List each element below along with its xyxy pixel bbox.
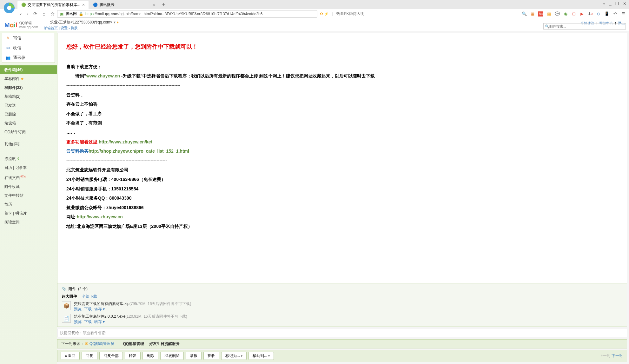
- video-icon[interactable]: ▶: [579, 11, 585, 17]
- browser-logo: [3, 2, 15, 14]
- sidebar-other-mail[interactable]: 其他邮箱: [0, 140, 57, 149]
- toolbar-button[interactable]: 回复: [82, 352, 97, 360]
- clipboard-icon[interactable]: ▦: [546, 11, 552, 17]
- link-skin[interactable]: 换肤: [71, 26, 78, 30]
- browser-toolbar-icons: 🔍 ▦ Aa ▦ 💬 ◉ ⊡ ▶ ⬇2 ⊝ 📱 ↶ ☰: [522, 11, 626, 17]
- sidebar-folder[interactable]: 草稿箱(2): [0, 92, 57, 101]
- sidebar-receive[interactable]: ✉ 收信: [2, 43, 55, 53]
- toolbar-button[interactable]: 标记为...: [221, 352, 247, 360]
- next-mail-link[interactable]: 下一封: [612, 354, 623, 358]
- font-icon[interactable]: Aa: [538, 11, 543, 17]
- url-input[interactable]: ▣ 腾讯网 🔒 https://mail.qq.com/cgi-bin/fram…: [57, 10, 317, 18]
- nav-reload-icon[interactable]: ⟳: [33, 11, 37, 17]
- lock-icon: 🔒: [79, 12, 83, 16]
- window-minimize-icon[interactable]: ⎯: [609, 1, 612, 6]
- next-mail-bar: 下一封未读： ✉ QQ邮箱管理员 QQ邮箱管理： 好友生日提醒服务: [57, 339, 627, 348]
- sidebar-contacts[interactable]: 👥 通讯录: [2, 53, 55, 63]
- attachment-action[interactable]: 转存 ▾: [94, 320, 105, 324]
- sidebar-folder[interactable]: QQ邮件订阅: [0, 128, 57, 136]
- attachment-action[interactable]: 预览: [74, 307, 82, 311]
- browser-tab-active[interactable]: 🟢 交底需要下载的所有的素材库... ×: [17, 1, 89, 9]
- browser-tab[interactable]: 🔵 腾讯微云 ×: [89, 1, 159, 9]
- link-buy[interactable]: http://shop.zhuyew.cn/pro_cate_list_152_…: [89, 149, 189, 154]
- sidebar-extra[interactable]: 简历: [0, 200, 57, 209]
- sidebar-action-label: 写信: [13, 35, 21, 41]
- block-icon[interactable]: ⊝: [596, 11, 601, 17]
- account-dropdown-icon[interactable]: ▾: [114, 20, 116, 24]
- mail-search-input[interactable]: [549, 24, 624, 28]
- new-tab-button[interactable]: +: [160, 0, 167, 9]
- window-controls: ⎓ ⎯ ❐ ✕: [603, 1, 626, 6]
- mail-toolbar: « 返回回复回复全部转发删除彻底删除举报拒收标记为...移动到... 上一封 下…: [57, 350, 627, 362]
- window-dropdown-icon[interactable]: ⎓: [603, 1, 605, 6]
- link-website[interactable]: http://www.zhuyew.cn: [77, 214, 123, 219]
- file-icon: 📄: [62, 314, 71, 323]
- attachments-count: (2 个): [78, 286, 88, 292]
- link-zhuyew[interactable]: www.zhuyew.cn: [86, 73, 120, 78]
- address: 北京海淀区西三旗龙旗广场E座13层（2000平米自持产权）: [77, 224, 192, 229]
- toolbar-button[interactable]: 移动到...: [248, 352, 274, 360]
- undo-icon[interactable]: ↶: [612, 11, 618, 17]
- link-mail-home[interactable]: 邮箱首页: [44, 26, 58, 30]
- chat-icon[interactable]: 💬: [555, 11, 560, 17]
- attachment-action[interactable]: 下载: [84, 307, 92, 311]
- mail-content: 您好，软件已经给您发了，您到附件中下载就可以！ 自助下载更方便： 请到"www.…: [57, 33, 627, 283]
- sidebar-extra[interactable]: 贺卡 | 明信片: [0, 209, 57, 218]
- nav-forward-icon[interactable]: ›: [27, 11, 28, 17]
- promo-text[interactable]: 热血PK驰骋大明: [336, 11, 364, 17]
- nav-star-icon[interactable]: ☆: [50, 11, 55, 17]
- attachment-action[interactable]: 转存 ▾: [94, 307, 105, 311]
- link-settings[interactable]: 设置: [61, 26, 68, 30]
- sidebar-extra[interactable]: 漂流瓶 ⚱: [0, 154, 57, 163]
- sidebar-extra[interactable]: 日历 | 记事本: [0, 163, 57, 172]
- nav-home-icon[interactable]: ⌂: [43, 11, 45, 17]
- buy-label: 云资料购买: [66, 149, 89, 154]
- mail-search-box[interactable]: 🔍: [543, 23, 626, 30]
- toolbar-button[interactable]: 回复全部: [99, 352, 123, 360]
- menu-icon[interactable]: ☰: [621, 11, 626, 17]
- next-mail-sender[interactable]: QQ邮箱管理员: [89, 341, 115, 346]
- download-all-link[interactable]: 全部下载: [82, 294, 97, 299]
- envelope-icon: ✉: [85, 341, 88, 346]
- sidebar-folder[interactable]: 星标邮件 ★: [0, 74, 57, 83]
- mail-logo[interactable]: Mɑil QQ邮箱 mail.qq.com: [4, 21, 38, 29]
- sidebar-folder[interactable]: 已删除: [0, 110, 57, 119]
- attachment-action[interactable]: 下载: [84, 320, 92, 324]
- sidebar-extra[interactable]: 在线文档NEW: [0, 172, 57, 182]
- text: 24小时销售服务电话：: [66, 177, 111, 182]
- sidebar-folder[interactable]: 群邮件(22): [0, 83, 57, 92]
- search-icon[interactable]: 🔍: [522, 11, 527, 17]
- sidebar-compose[interactable]: ✎ 写信: [2, 33, 55, 43]
- apps-icon[interactable]: ▦: [530, 11, 535, 17]
- nav-back-icon[interactable]: ‹: [20, 11, 22, 17]
- toolbar-button[interactable]: 删除: [142, 352, 158, 360]
- screenshot-icon[interactable]: ⊡: [571, 11, 576, 17]
- attachment-action[interactable]: 预览: [74, 320, 82, 324]
- tab-close-icon[interactable]: ×: [82, 2, 85, 7]
- toolbar-button[interactable]: 彻底删除: [160, 352, 184, 360]
- divider: ----------------------------------------…: [66, 81, 618, 90]
- toolbar-button[interactable]: « 返回: [61, 352, 80, 360]
- globe-icon[interactable]: ◉: [563, 11, 568, 17]
- window-close-icon[interactable]: ✕: [623, 1, 626, 6]
- toolbar-button[interactable]: 转发: [125, 352, 141, 360]
- toolbar-button[interactable]: 拒收: [203, 352, 219, 360]
- download-icon[interactable]: ⬇2: [588, 11, 593, 17]
- sidebar-extra[interactable]: 阅读空间: [0, 218, 57, 227]
- next-mail-subject: 好友生日提醒服务: [149, 341, 180, 346]
- tab-close-icon[interactable]: ×: [153, 2, 155, 7]
- sidebar-folder[interactable]: 收件箱(46): [0, 65, 57, 74]
- sidebar-action-label: 通讯录: [13, 55, 25, 61]
- sidebar-folder[interactable]: 已发送: [0, 101, 57, 110]
- quick-reply-input[interactable]: [57, 329, 627, 337]
- sidebar-folder[interactable]: 垃圾箱: [0, 119, 57, 128]
- sidebar-extra[interactable]: 文件中转站: [0, 191, 57, 200]
- sidebar-extra[interactable]: 附件收藏: [0, 182, 57, 191]
- mobile-icon[interactable]: 📱: [604, 11, 609, 17]
- link-more[interactable]: http://www.zhuyew.cn/ke/: [99, 139, 152, 144]
- text: 不会填了，有范例: [66, 119, 618, 127]
- mail-header: Mɑil QQ邮箱 mail.qq.com 筑业-王梦婕<1227538580@…: [0, 19, 629, 31]
- flash-icon[interactable]: ✿ ⚡: [320, 12, 329, 16]
- toolbar-button[interactable]: 举报: [186, 352, 202, 360]
- window-restore-icon[interactable]: ❐: [615, 1, 619, 6]
